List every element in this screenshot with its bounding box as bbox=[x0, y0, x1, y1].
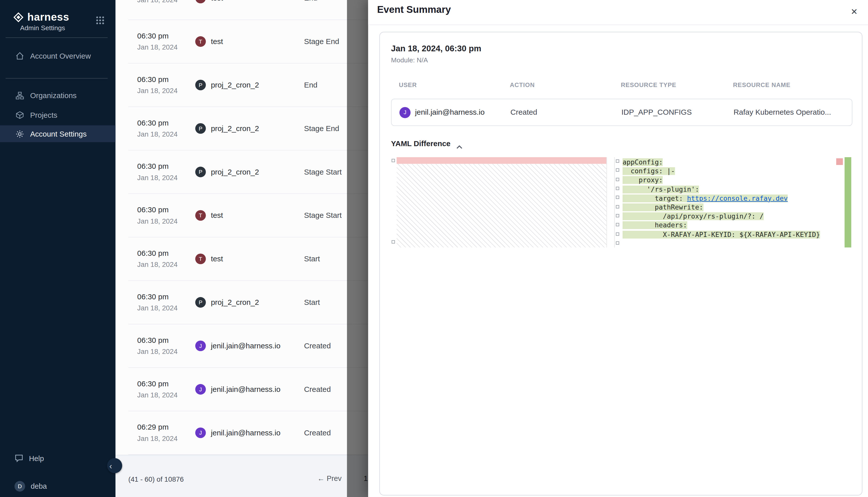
row-avatar: P bbox=[195, 167, 206, 177]
detail-table-row: J jenil.jain@harness.io Created IDP_APP_… bbox=[391, 99, 852, 126]
code-line: X-RAFAY-API-KEYID: ${X-RAFAY-API-KEYID} bbox=[622, 230, 820, 239]
diff-removed-strip bbox=[397, 157, 606, 164]
diff-right-pane: appConfig: configs: |- proxy: '/rs-plugi… bbox=[614, 157, 852, 247]
row-date: Jan 18, 2024 bbox=[137, 435, 195, 442]
brand-logo[interactable]: harness bbox=[13, 11, 69, 24]
row-avatar: P bbox=[195, 80, 206, 90]
fold-marker-icon[interactable] bbox=[392, 240, 395, 243]
row-time: 06:29 pm bbox=[137, 423, 195, 431]
minimap-deletion-marker bbox=[836, 158, 843, 165]
diff-left-pane bbox=[391, 157, 607, 247]
fold-marker-icon[interactable] bbox=[616, 178, 619, 181]
collapse-sidebar-button[interactable]: ‹ bbox=[107, 458, 122, 473]
row-avatar: J bbox=[195, 428, 206, 438]
yaml-code-block: appConfig: configs: |- proxy: '/rs-plugi… bbox=[622, 158, 820, 239]
row-time: 06:30 pm bbox=[137, 206, 195, 214]
fold-marker-icon[interactable] bbox=[616, 205, 619, 208]
row-user-name: jenil.jain@harness.io bbox=[211, 429, 281, 437]
row-action: Stage End bbox=[304, 37, 339, 45]
row-time: 06:30 pm bbox=[137, 336, 195, 344]
row-user-name: jenil.jain@harness.io bbox=[211, 342, 281, 350]
fold-marker-icon[interactable] bbox=[616, 223, 619, 226]
minimap-insertion-bar[interactable] bbox=[844, 157, 851, 247]
code-line: configs: |- bbox=[622, 167, 820, 176]
code-link[interactable]: https://console.rafay.dev bbox=[687, 195, 788, 202]
row-user-name: jenil.jain@harness.io bbox=[211, 385, 281, 393]
row-time: 06:30 pm bbox=[137, 119, 195, 127]
help-label: Help bbox=[29, 454, 44, 462]
row-action: Created bbox=[304, 385, 331, 393]
fold-marker-icon[interactable] bbox=[616, 232, 619, 236]
detail-user: jenil.jain@harness.io bbox=[415, 108, 485, 116]
fold-marker-icon[interactable] bbox=[392, 159, 395, 162]
code-line: pathRewrite: bbox=[622, 203, 820, 212]
row-date: Jan 18, 2024 bbox=[137, 0, 195, 3]
brand-text: harness bbox=[27, 11, 69, 24]
event-summary-panel: Event Summary ✕ Jan 18, 2024, 06:30 pm M… bbox=[368, 0, 868, 497]
sidebar-item-account-settings[interactable]: Account Settings bbox=[0, 126, 115, 142]
row-user-name: proj_2_cron_2 bbox=[211, 124, 259, 132]
row-date: Jan 18, 2024 bbox=[137, 130, 195, 138]
pagination-range: (41 - 60) of 10876 bbox=[128, 475, 184, 483]
row-user-name: proj_2_cron_2 bbox=[211, 298, 259, 307]
fold-marker-icon[interactable] bbox=[616, 187, 619, 190]
row-action: Created bbox=[304, 429, 331, 437]
row-date: Jan 18, 2024 bbox=[137, 348, 195, 356]
row-action: Stage Start bbox=[304, 211, 342, 219]
close-button[interactable]: ✕ bbox=[848, 5, 861, 18]
diff-empty-hatch bbox=[397, 164, 606, 247]
screen: harness Admin Settings Account Overview … bbox=[0, 0, 868, 497]
app: harness Admin Settings Account Overview … bbox=[0, 0, 868, 497]
code-line: '/rs-plugin': bbox=[622, 185, 820, 194]
row-avatar: P bbox=[195, 123, 206, 134]
row-avatar: T bbox=[195, 0, 206, 3]
help-button[interactable]: Help bbox=[0, 450, 115, 466]
user-avatar: D bbox=[15, 481, 25, 491]
header-action: ACTION bbox=[510, 82, 621, 88]
fold-marker-icon[interactable] bbox=[616, 241, 619, 245]
detail-resource-name: Rafay Kubernetes Operatio... bbox=[733, 108, 852, 116]
row-time: 06:30 pm bbox=[137, 249, 195, 258]
code-line: proxy: bbox=[622, 176, 820, 185]
row-user-name: proj_2_cron_2 bbox=[211, 168, 259, 176]
yaml-diff-viewer: appConfig: configs: |- proxy: '/rs-plugi… bbox=[391, 157, 852, 247]
sidebar-item-organizations[interactable]: Organizations bbox=[0, 87, 115, 104]
user-name: deba bbox=[31, 482, 47, 490]
row-user-name: test bbox=[211, 0, 223, 2]
sidebar-item-projects[interactable]: Projects bbox=[0, 106, 115, 123]
header-resource-name: RESOURCE NAME bbox=[733, 82, 851, 88]
code-line: target: https://console.rafay.dev bbox=[622, 194, 820, 203]
code-line: headers: bbox=[622, 221, 820, 230]
row-date: Jan 18, 2024 bbox=[137, 217, 195, 225]
app-switcher-icon[interactable] bbox=[95, 16, 104, 25]
row-avatar: T bbox=[195, 210, 206, 221]
header-resource-type: RESOURCE TYPE bbox=[621, 82, 733, 88]
admin-settings-label: Admin Settings bbox=[20, 24, 65, 32]
close-icon: ✕ bbox=[851, 7, 858, 16]
row-time: 06:30 pm bbox=[137, 293, 195, 301]
sidebar-divider bbox=[5, 78, 108, 79]
detail-avatar: J bbox=[400, 106, 411, 118]
modal-backdrop[interactable] bbox=[347, 0, 368, 497]
row-action: End bbox=[304, 0, 317, 2]
yaml-difference-toggle[interactable]: YAML Difference bbox=[391, 139, 462, 148]
user-menu[interactable]: D deba bbox=[0, 478, 115, 494]
row-date: Jan 18, 2024 bbox=[137, 87, 195, 95]
row-avatar: J bbox=[195, 384, 206, 395]
chevron-up-icon bbox=[456, 141, 462, 146]
prev-button[interactable]: ← Prev bbox=[312, 471, 347, 486]
row-time: 06:30 pm bbox=[137, 32, 195, 40]
projects-icon bbox=[16, 111, 24, 119]
settings-gear-icon bbox=[16, 129, 24, 138]
fold-marker-icon[interactable] bbox=[616, 214, 619, 217]
row-action: End bbox=[304, 81, 317, 89]
row-time: 06:30 pm bbox=[137, 75, 195, 84]
row-date: Jan 18, 2024 bbox=[137, 174, 195, 182]
fold-marker-icon[interactable] bbox=[616, 196, 619, 199]
row-action: Start bbox=[304, 255, 320, 263]
sidebar-item-account-overview[interactable]: Account Overview bbox=[0, 47, 115, 64]
fold-marker-icon[interactable] bbox=[616, 159, 619, 163]
row-user-name: proj_2_cron_2 bbox=[211, 81, 259, 89]
fold-marker-icon[interactable] bbox=[616, 168, 619, 172]
row-user-name: test bbox=[211, 255, 223, 263]
